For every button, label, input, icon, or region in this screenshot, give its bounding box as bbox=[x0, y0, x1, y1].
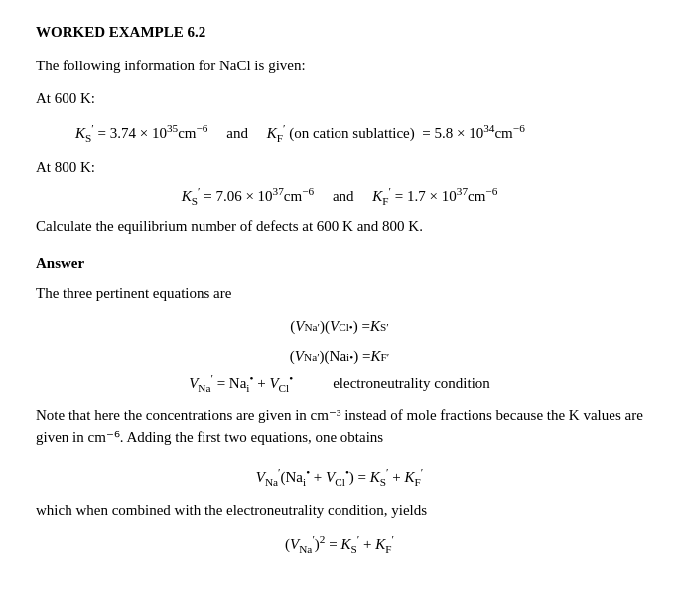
page-content: WORKED EXAMPLE 6.2 The following informa… bbox=[36, 24, 643, 557]
equation-2: (VNa′)(Nai•) = KF′ bbox=[36, 344, 643, 370]
at800-equation: KS′ = 7.06 × 1037cm−6 and KF′ = 1.7 × 10… bbox=[36, 188, 643, 205]
equation-1: (VNa′)(VCl•) = KS′ bbox=[36, 314, 643, 340]
eq3-lhs: VNa′ = Nai• + VCl• bbox=[189, 375, 293, 392]
worked-example-title: WORKED EXAMPLE 6.2 bbox=[36, 24, 643, 41]
eq3-note: electroneutrality condition bbox=[333, 375, 490, 392]
combined-note: which when combined with the electroneut… bbox=[36, 499, 643, 522]
note-paragraph: Note that here the concentrations are gi… bbox=[36, 404, 643, 450]
equation-3-electroneutrality: VNa′ = Nai• + VCl• electroneutrality con… bbox=[36, 375, 643, 392]
question-text: Calculate the equilibrium number of defe… bbox=[36, 215, 643, 238]
at600-label: At 600 K: bbox=[36, 87, 643, 110]
intro-text: The following information for NaCl is gi… bbox=[36, 55, 643, 77]
answer-label: Answer bbox=[36, 255, 643, 272]
at800-label: At 800 K: bbox=[36, 156, 643, 179]
final-equation: (VNa′)2 = KS′ + KF′ bbox=[36, 532, 643, 557]
at600-equation: KS′ = 3.74 × 1035cm−6 and KF′ (on cation… bbox=[75, 121, 643, 147]
combined-equation: VNa′(Nai• + VCl•) = KS′ + KF′ bbox=[36, 465, 643, 491]
answer-intro: The three pertinent equations are bbox=[36, 282, 643, 305]
